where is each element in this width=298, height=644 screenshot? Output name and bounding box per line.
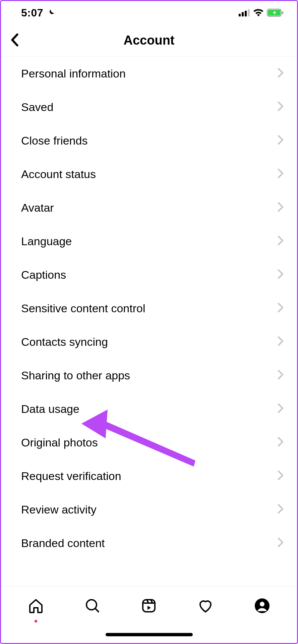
- reels-icon: [141, 598, 157, 615]
- search-icon: [84, 598, 101, 615]
- list-item-captions[interactable]: Captions: [1, 258, 297, 291]
- nav-home-dot: [35, 620, 37, 623]
- list-item-saved[interactable]: Saved: [1, 90, 297, 124]
- chevron-right-icon: [278, 537, 284, 549]
- list-item-contacts-syncing[interactable]: Contacts syncing: [1, 325, 297, 359]
- list-item-label: Avatar: [21, 201, 54, 214]
- status-bar: 5:07: [1, 1, 297, 24]
- chevron-right-icon: [278, 303, 284, 314]
- moon-icon: [47, 8, 55, 17]
- chevron-right-icon: [278, 101, 284, 113]
- list-item-review-activity[interactable]: Review activity: [1, 493, 297, 526]
- list-item-label: Branded content: [21, 537, 105, 550]
- chevron-left-icon: [10, 33, 19, 48]
- list-item-label: Sensitive content control: [21, 302, 145, 315]
- list-item-label: Account status: [21, 168, 96, 181]
- heart-icon: [197, 598, 214, 615]
- svg-rect-5: [282, 11, 283, 14]
- chevron-right-icon: [278, 135, 284, 146]
- svg-rect-3: [248, 9, 250, 16]
- bottom-nav: [1, 586, 297, 626]
- list-item-label: Close friends: [21, 134, 87, 147]
- svg-rect-0: [239, 14, 241, 16]
- page-title: Account: [1, 33, 297, 48]
- chevron-right-icon: [278, 504, 284, 515]
- battery-charging-icon: [267, 9, 284, 17]
- wifi-icon: [253, 9, 263, 16]
- chevron-right-icon: [278, 235, 284, 247]
- svg-rect-1: [242, 12, 244, 16]
- nav-search-button[interactable]: [79, 593, 106, 620]
- list-item-label: Personal information: [21, 67, 126, 80]
- list-item-original-photos[interactable]: Original photos: [1, 426, 297, 459]
- list-item-label: Language: [21, 235, 72, 248]
- list-item-avatar[interactable]: Avatar: [1, 191, 297, 224]
- cellular-signal-icon: [239, 9, 250, 16]
- svg-point-11: [260, 602, 264, 606]
- chevron-right-icon: [278, 437, 284, 448]
- chevron-right-icon: [278, 403, 284, 415]
- list-item-label: Saved: [21, 101, 53, 114]
- svg-line-8: [95, 608, 99, 612]
- list-item-sharing-to-other-apps[interactable]: Sharing to other apps: [1, 359, 297, 392]
- home-indicator[interactable]: [106, 633, 193, 636]
- device-frame: 5:07: [0, 0, 298, 644]
- home-icon: [28, 598, 44, 615]
- svg-rect-2: [245, 11, 247, 16]
- list-item-label: Request verification: [21, 470, 121, 483]
- chevron-right-icon: [278, 68, 284, 79]
- chevron-right-icon: [278, 269, 284, 280]
- list-item-language[interactable]: Language: [1, 224, 297, 258]
- nav-reels-button[interactable]: [135, 593, 162, 620]
- status-left: 5:07: [21, 7, 55, 19]
- list-item-data-usage[interactable]: Data usage: [1, 392, 297, 426]
- svg-rect-9: [143, 600, 155, 612]
- nav-home-button[interactable]: [22, 593, 49, 620]
- list-item-label: Original photos: [21, 436, 98, 449]
- list-item-label: Review activity: [21, 503, 97, 516]
- chevron-right-icon: [278, 168, 284, 180]
- list-item-label: Sharing to other apps: [21, 369, 130, 382]
- profile-icon: [254, 598, 270, 615]
- nav-activity-button[interactable]: [192, 593, 219, 620]
- list-item-sensitive-content-control[interactable]: Sensitive content control: [1, 291, 297, 325]
- status-time: 5:07: [21, 7, 43, 19]
- list-item-close-friends[interactable]: Close friends: [1, 124, 297, 157]
- list-item-label: Captions: [21, 268, 66, 281]
- list-item-label: Contacts syncing: [21, 335, 108, 348]
- list-item-personal-information[interactable]: Personal information: [1, 57, 297, 90]
- chevron-right-icon: [278, 202, 284, 213]
- list-item-label: Data usage: [21, 402, 79, 416]
- back-button[interactable]: [3, 29, 26, 52]
- list-item-branded-content[interactable]: Branded content: [1, 526, 297, 560]
- nav-profile-button[interactable]: [249, 593, 276, 620]
- list-item-account-status[interactable]: Account status: [1, 157, 297, 191]
- status-right: [239, 9, 284, 17]
- chevron-right-icon: [278, 470, 284, 482]
- page-header: Account: [1, 24, 297, 57]
- chevron-right-icon: [278, 336, 284, 347]
- chevron-right-icon: [278, 370, 284, 381]
- settings-list: Personal information Saved Close friends…: [1, 57, 297, 586]
- home-indicator-area: [1, 626, 297, 643]
- list-item-request-verification[interactable]: Request verification: [1, 459, 297, 493]
